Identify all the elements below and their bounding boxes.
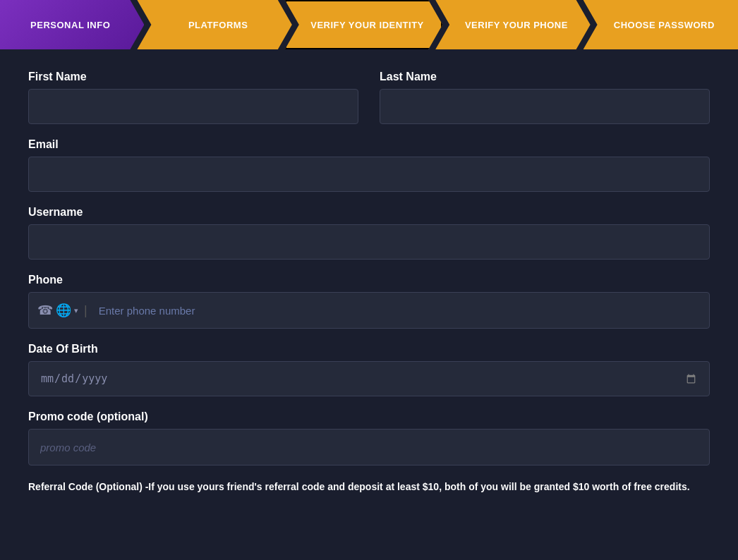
step-personal-info[interactable]: Personal Info <box>0 0 144 49</box>
phone-flag-selector[interactable]: ☎ 🌐 ▾ | <box>37 303 87 318</box>
name-row: First Name Last Name <box>28 71 710 138</box>
username-group: Username <box>28 206 710 260</box>
progress-bar: Personal Info Platforms Verify Your Iden… <box>0 0 738 49</box>
first-name-group: First Name <box>28 71 358 124</box>
step-platforms-label: Platforms <box>188 20 248 30</box>
email-input[interactable] <box>28 157 710 192</box>
dob-label: Date Of Birth <box>28 343 710 355</box>
step-choose-password-label: Choose Password <box>614 20 715 30</box>
last-name-input[interactable] <box>380 89 710 124</box>
first-name-label: First Name <box>28 71 358 83</box>
step-verify-identity-label: Verify Your Identity <box>310 20 424 30</box>
phone-icon: ☎ <box>37 303 53 318</box>
chevron-down-icon: ▾ <box>74 306 78 315</box>
phone-label: Phone <box>28 274 710 286</box>
email-label: Email <box>28 138 710 151</box>
phone-separator: | <box>84 303 87 318</box>
globe-icon: 🌐 <box>56 303 71 318</box>
promo-group: Promo code (optional) <box>28 410 710 465</box>
dob-input[interactable] <box>28 361 710 396</box>
last-name-group: Last Name <box>380 71 710 124</box>
last-name-label: Last Name <box>380 71 710 83</box>
referral-note: Referral Code (Optional) -If you use you… <box>28 480 710 494</box>
step-platforms[interactable]: Platforms <box>137 0 291 49</box>
phone-group: Phone ☎ 🌐 ▾ | <box>28 274 710 329</box>
dob-group: Date Of Birth <box>28 343 710 396</box>
promo-input[interactable] <box>28 429 710 465</box>
first-name-input[interactable] <box>28 89 358 124</box>
email-group: Email <box>28 138 710 192</box>
promo-label: Promo code (optional) <box>28 410 710 423</box>
step-verify-phone-label: Verify Your Phone <box>465 20 568 30</box>
step-personal-info-label: Personal Info <box>30 20 110 30</box>
username-label: Username <box>28 206 710 219</box>
username-input[interactable] <box>28 224 710 260</box>
phone-input-wrapper: ☎ 🌐 ▾ | <box>28 292 710 329</box>
registration-form: First Name Last Name Email Username Phon… <box>0 49 738 516</box>
phone-input[interactable] <box>93 293 701 328</box>
step-choose-password[interactable]: Choose Password <box>583 0 738 49</box>
step-verify-identity[interactable]: Verify Your Identity <box>285 0 442 49</box>
step-verify-phone[interactable]: Verify Your Phone <box>435 0 590 49</box>
